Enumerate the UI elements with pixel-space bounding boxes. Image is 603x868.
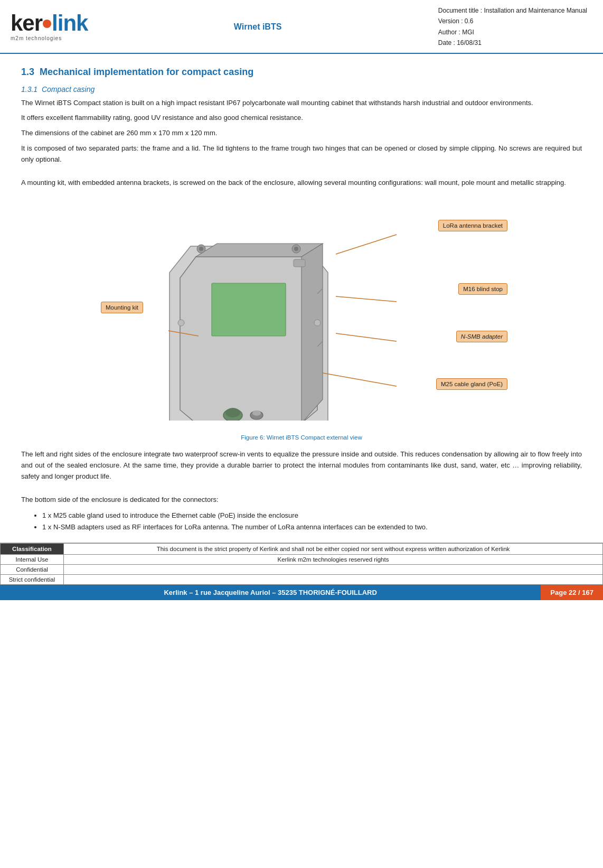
logo-link: link — [52, 11, 88, 35]
svg-point-14 — [199, 247, 203, 251]
section-heading: Mechanical implementation for compact ca… — [40, 67, 253, 77]
logo-sub: m2m technologies — [11, 35, 88, 41]
version-label: Version : — [438, 17, 463, 25]
product-title: Wirnet iBTS — [109, 22, 406, 32]
paragraph-1: The Wirnet iBTS Compact station is built… — [21, 98, 582, 109]
callout-lora-bracket: LoRa antenna bracket — [438, 220, 507, 231]
author-value: MGI — [462, 29, 474, 36]
internal-use-value: Kerlink m2m technologies reserved rights — [64, 555, 602, 565]
paragraph-3: The dimensions of the cabinet are 260 mm… — [21, 128, 582, 139]
paragraph-7: The bottom side of the enclosure is dedi… — [21, 494, 582, 506]
logo-area: kerlink m2m technologies — [11, 12, 88, 41]
section-number: 1.3 — [21, 67, 34, 77]
svg-point-10 — [252, 410, 261, 416]
author-label: Author : — [438, 29, 460, 36]
svg-point-16 — [294, 247, 298, 251]
strict-value — [64, 575, 602, 584]
strict-label: Strict confidential — [1, 575, 64, 584]
svg-marker-2 — [196, 244, 323, 257]
header-meta: Document title : Installation and Mainte… — [438, 5, 587, 49]
svg-point-18 — [178, 320, 184, 326]
page-header: kerlink m2m technologies Wirnet iBTS Doc… — [0, 0, 603, 54]
figure-area: LoRa antenna bracket M16 blind stop N-SM… — [21, 199, 582, 431]
footer-address: Kerlink – 1 rue Jacqueline Auriol – 3523… — [0, 585, 541, 600]
diagram-container: LoRa antenna bracket M16 blind stop N-SM… — [96, 199, 507, 431]
page-footer: Classification This document is the stri… — [0, 543, 603, 600]
paragraph-6: The left and right sides of the enclosur… — [21, 449, 582, 482]
classification-value: This document is the strict property of … — [64, 544, 602, 555]
footer-page: Page 22 / 167 — [541, 585, 603, 600]
doc-title-label: Document title : — [438, 7, 482, 14]
callout-m25-text: M25 cable gland (PoE) — [436, 378, 507, 390]
connector-list: 1 x M25 cable gland used to introduce th… — [42, 510, 582, 533]
bullet-item-1: 1 x M25 cable gland used to introduce th… — [42, 510, 582, 521]
figure-caption: Figure 6: Wirnet iBTS Compact external v… — [21, 434, 582, 441]
callout-m16-text: M16 blind stop — [458, 283, 507, 295]
classification-table: Classification This document is the stri… — [0, 543, 603, 585]
confidential-value — [64, 565, 602, 575]
paragraph-2: It offers excellent flammability rating,… — [21, 113, 582, 124]
bullet-item-2: 1 x N-SMB adapters used as RF interfaces… — [42, 521, 582, 533]
callout-m25-cable-gland: M25 cable gland (PoE) — [436, 378, 507, 390]
paragraph-5: A mounting kit, with embedded antenna br… — [21, 178, 582, 189]
logo-ker: ker — [11, 11, 42, 35]
subsection-heading: Compact casing — [42, 85, 95, 94]
main-content: 1.3 Mechanical implementation for compac… — [0, 54, 603, 533]
subsection-title: 1.3.1 Compact casing — [21, 85, 582, 94]
svg-rect-4 — [212, 283, 286, 336]
callout-mounting-kit: Mounting kit — [101, 302, 143, 313]
svg-marker-1 — [180, 257, 317, 421]
svg-marker-3 — [302, 244, 323, 421]
footer-bottom-bar: Kerlink – 1 rue Jacqueline Auriol – 3523… — [0, 585, 603, 600]
section-title: 1.3 Mechanical implementation for compac… — [21, 67, 582, 78]
doc-title-value: Installation and Maintenance Manual — [484, 7, 587, 14]
classification-label: Classification — [1, 544, 64, 555]
confidential-label: Confidential — [1, 565, 64, 575]
version-value: 0.6 — [465, 17, 474, 25]
callout-mounting-text: Mounting kit — [101, 302, 143, 313]
date-label: Date : — [438, 39, 455, 46]
internal-use-label: Internal Use — [1, 555, 64, 565]
device-illustration — [143, 199, 418, 421]
callout-lora-text: LoRa antenna bracket — [438, 220, 507, 231]
logo: kerlink — [11, 12, 88, 34]
paragraph-4: It is composed of two separated parts: t… — [21, 143, 582, 165]
callout-nsmb-adapter: N-SMB adapter — [456, 331, 507, 342]
svg-point-19 — [314, 320, 321, 326]
subsection-number: 1.3.1 — [21, 85, 37, 94]
callout-m16-blind-stop: M16 blind stop — [458, 283, 507, 295]
svg-point-8 — [225, 408, 240, 417]
svg-rect-17 — [294, 259, 305, 267]
callout-nsmb-text: N-SMB adapter — [456, 331, 507, 342]
date-value: 16/08/31 — [457, 39, 482, 46]
